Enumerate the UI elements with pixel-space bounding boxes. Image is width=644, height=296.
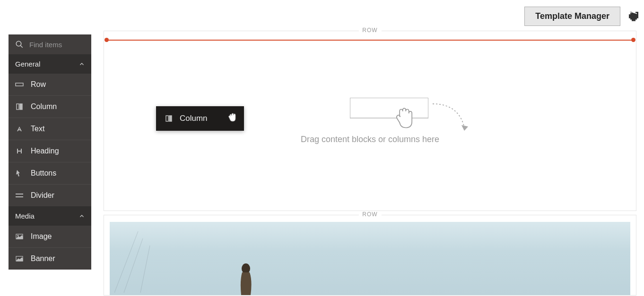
row-label: ROW [358, 211, 381, 218]
person-silhouette [233, 262, 261, 295]
text-icon [15, 126, 24, 132]
sidebar-item-banner[interactable]: Banner [9, 247, 91, 270]
drop-zone-text: Drag content blocks or columns here [301, 135, 439, 144]
svg-rect-3 [17, 104, 19, 110]
svg-rect-15 [169, 116, 172, 121]
arrow-dotted-icon [430, 101, 478, 139]
banner-icon [15, 255, 24, 262]
column-icon [165, 115, 173, 122]
heading-icon [15, 148, 24, 154]
divider-icon [15, 192, 24, 199]
drop-visual [350, 98, 428, 118]
row-icon [15, 81, 24, 88]
sidebar-item-label: Column [31, 102, 57, 111]
drop-rect-placeholder [350, 98, 428, 118]
search-icon [15, 40, 24, 49]
svg-line-1 [20, 45, 23, 48]
sidebar: General Row Column Text Heading Buttons [9, 34, 91, 270]
sidebar-item-label: Row [31, 80, 46, 89]
image-icon [15, 233, 24, 240]
svg-rect-2 [16, 83, 23, 86]
section-header-general[interactable]: General [9, 54, 91, 74]
grabbing-cursor-icon [228, 112, 237, 122]
sidebar-item-text[interactable]: Text [9, 118, 91, 140]
sidebar-item-image[interactable]: Image [9, 226, 91, 247]
svg-point-8 [17, 235, 18, 236]
svg-rect-4 [20, 104, 22, 110]
buttons-icon [15, 170, 24, 177]
svg-line-12 [140, 245, 150, 293]
column-icon [15, 103, 24, 110]
top-bar: Template Manager [524, 7, 638, 26]
sidebar-item-label: Text [31, 125, 44, 133]
sidebar-item-label: Divider [31, 191, 54, 200]
search-bar [9, 34, 91, 54]
sidebar-item-heading[interactable]: Heading [9, 140, 91, 162]
sidebar-item-label: Banner [31, 254, 55, 263]
template-manager-button[interactable]: Template Manager [524, 7, 620, 26]
section-label: General [15, 60, 40, 68]
chevron-up-icon [79, 61, 85, 67]
content-lines [114, 231, 171, 293]
svg-point-13 [242, 263, 250, 274]
fullscreen-icon[interactable] [629, 12, 638, 21]
sidebar-item-label: Image [31, 232, 52, 241]
sidebar-item-divider[interactable]: Divider [9, 184, 91, 206]
sidebar-item-label: Buttons [31, 169, 56, 178]
svg-point-0 [16, 41, 21, 46]
row-container-2[interactable]: ROW [104, 215, 636, 296]
sidebar-item-row[interactable]: Row [9, 74, 91, 95]
svg-line-11 [124, 238, 143, 293]
sidebar-item-buttons[interactable]: Buttons [9, 162, 91, 184]
sidebar-item-label: Heading [31, 147, 59, 155]
canvas-area: ROW Drag content blocks or columns here … [104, 31, 636, 296]
dragging-column-block[interactable]: Column [156, 106, 244, 131]
sidebar-item-column[interactable]: Column [9, 95, 91, 118]
dragging-block-label: Column [180, 114, 208, 123]
section-label: Media [15, 212, 35, 220]
section-header-media[interactable]: Media [9, 206, 91, 226]
image-content [110, 222, 630, 295]
hand-icon [394, 106, 415, 131]
svg-rect-14 [166, 116, 168, 121]
chevron-up-icon [79, 213, 85, 219]
